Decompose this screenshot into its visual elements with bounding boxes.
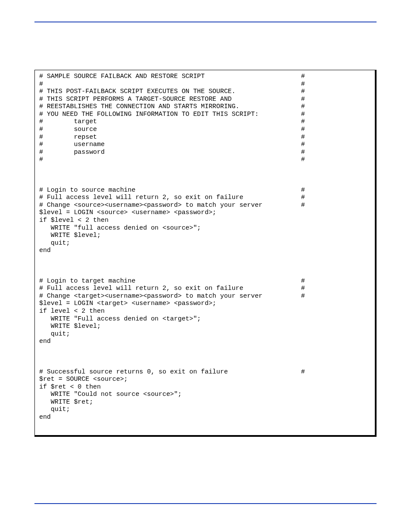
script-code-box: # SAMPLE SOURCE FAILBACK AND RESTORE SCR… bbox=[34, 70, 377, 437]
footer-rule bbox=[34, 503, 377, 504]
page: # SAMPLE SOURCE FAILBACK AND RESTORE SCR… bbox=[0, 0, 411, 532]
header-rule bbox=[34, 22, 377, 22]
script-code: # SAMPLE SOURCE FAILBACK AND RESTORE SCR… bbox=[39, 73, 371, 421]
